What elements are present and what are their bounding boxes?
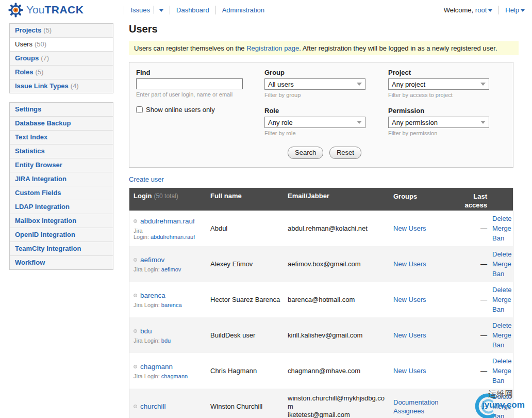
action-delete-link[interactable]: Delete bbox=[492, 392, 512, 401]
page-title: Users bbox=[129, 23, 519, 35]
role-select[interactable]: Any role bbox=[264, 117, 365, 128]
sidebar-item-custom-fields[interactable]: Custom Fields bbox=[10, 186, 113, 200]
action-delete-link[interactable]: Delete bbox=[492, 356, 512, 366]
sidebar-item-statistics[interactable]: Statistics bbox=[10, 144, 113, 158]
sidebar-item-users[interactable]: Users(50) bbox=[10, 38, 113, 52]
create-user-link[interactable]: Create user bbox=[129, 175, 164, 183]
action-merge-link[interactable]: Merge bbox=[492, 330, 512, 340]
group-link[interactable]: Documentation Assignees bbox=[393, 398, 438, 415]
find-input[interactable] bbox=[136, 78, 243, 89]
user-login-link[interactable]: aefimov bbox=[140, 256, 164, 264]
header-email-jabber: Email/Jabber bbox=[284, 192, 389, 200]
group-link[interactable]: New Users bbox=[393, 367, 426, 375]
project-select[interactable]: Any project bbox=[388, 78, 489, 90]
sidebar-item-roles[interactable]: Roles(5) bbox=[10, 66, 113, 79]
action-merge-link[interactable]: Merge bbox=[492, 295, 512, 304]
group-link[interactable]: New Users bbox=[393, 260, 426, 268]
sidebar-item-label: Issue Link Types bbox=[15, 82, 69, 90]
login-sub-link[interactable]: aefimov bbox=[161, 266, 181, 272]
sidebar-item-database-backup[interactable]: Database Backup bbox=[10, 117, 113, 131]
registration-page-link[interactable]: Registration page bbox=[246, 44, 299, 52]
issues-dropdown-toggle[interactable] bbox=[154, 6, 163, 14]
action-ban-link[interactable]: Ban bbox=[492, 233, 512, 243]
user-status-icon bbox=[134, 258, 137, 262]
sidebar-item-label: Entity Browser bbox=[15, 161, 62, 169]
user-menu[interactable]: root bbox=[475, 6, 487, 14]
header-login: Login(50 total) bbox=[129, 192, 206, 200]
group-link[interactable]: New Users bbox=[393, 224, 426, 232]
sidebar-item-workflow[interactable]: Workflow bbox=[10, 256, 113, 269]
login-sub-label: Jira Login: bbox=[134, 266, 160, 272]
group-select[interactable]: All users bbox=[264, 78, 365, 90]
online-users-row: Show online users only bbox=[136, 106, 264, 114]
user-login-link[interactable]: barenca bbox=[140, 292, 165, 299]
sidebar-item-text-index[interactable]: Text Index bbox=[10, 131, 113, 144]
action-ban-link[interactable]: Ban bbox=[492, 269, 512, 279]
sidebar-item-ldap-integration[interactable]: LDAP Integration bbox=[10, 200, 113, 214]
full-name-cell: Abdul bbox=[206, 224, 284, 232]
help-menu[interactable]: Help bbox=[505, 6, 519, 14]
sidebar-item-projects[interactable]: Projects(5) bbox=[10, 24, 113, 38]
sidebar-item-settings[interactable]: Settings bbox=[10, 103, 113, 117]
action-merge-link[interactable]: Merge bbox=[492, 259, 512, 269]
nav-administration[interactable]: Administration bbox=[222, 6, 264, 14]
user-login-link[interactable]: abdulrehman.rauf bbox=[140, 217, 195, 225]
sidebar-item-label: Users bbox=[15, 40, 32, 48]
sidebar-item-label: LDAP Integration bbox=[15, 203, 70, 211]
email-cell: kirill.kalishev@gmail.com bbox=[284, 331, 389, 340]
action-ban-link[interactable]: Ban bbox=[492, 411, 512, 418]
sidebar-item-teamcity-integration[interactable]: TeamCity Integration bbox=[10, 242, 113, 256]
action-merge-link[interactable]: Merge bbox=[492, 223, 512, 233]
user-status-icon bbox=[134, 365, 137, 368]
sidebar-item-label: Projects bbox=[15, 26, 41, 34]
email-cell: winston.churchill@mykhjsdbg.comiketetest… bbox=[284, 394, 389, 418]
action-merge-link[interactable]: Merge bbox=[492, 366, 512, 376]
sidebar-item-groups[interactable]: Groups(7) bbox=[10, 52, 113, 66]
action-delete-link[interactable]: Delete bbox=[492, 249, 512, 259]
action-delete-link[interactable]: Delete bbox=[492, 214, 512, 223]
email-cell: chagmann@mhave.com bbox=[284, 367, 389, 375]
groups-cell: Documentation Assignees bbox=[389, 398, 452, 415]
action-delete-link[interactable]: Delete bbox=[492, 285, 512, 295]
top-navigation: Issues Dashboard Administration bbox=[118, 6, 264, 14]
user-login-link[interactable]: bdu bbox=[140, 327, 152, 335]
sidebar-item-mailbox-integration[interactable]: Mailbox Integration bbox=[10, 214, 113, 228]
sidebar-item-label: Roles bbox=[15, 68, 33, 76]
group-link[interactable]: New Users bbox=[393, 331, 426, 339]
permission-select-value: Any permission bbox=[392, 119, 480, 126]
user-login-link[interactable]: chagmann bbox=[140, 363, 173, 371]
user-status-icon bbox=[134, 329, 137, 333]
actions-cell: DeleteMergeBan bbox=[488, 392, 514, 418]
sidebar-item-count: (50) bbox=[35, 40, 46, 48]
action-merge-link[interactable]: Merge bbox=[492, 401, 512, 411]
login-sub-link[interactable]: abdulrehman.rauf bbox=[151, 234, 195, 240]
youtrack-logo[interactable]: YouTRACK bbox=[8, 3, 84, 18]
login-sub-link[interactable]: barenca bbox=[161, 302, 182, 308]
login-sub-link[interactable]: bdu bbox=[161, 337, 171, 344]
login-sub-link[interactable]: chagmann bbox=[161, 373, 188, 379]
full-name-cell: Chris Hagmann bbox=[206, 367, 284, 375]
user-login-link[interactable]: churchill bbox=[140, 403, 166, 410]
nav-issues[interactable]: Issues bbox=[130, 6, 150, 14]
permission-select[interactable]: Any permission bbox=[388, 117, 489, 128]
reset-button[interactable]: Reset bbox=[329, 147, 361, 159]
sidebar-item-openid-integration[interactable]: OpenID Integration bbox=[10, 228, 113, 242]
online-users-checkbox[interactable] bbox=[136, 106, 143, 113]
nav-dashboard[interactable]: Dashboard bbox=[176, 6, 209, 14]
action-ban-link[interactable]: Ban bbox=[492, 340, 512, 350]
action-ban-link[interactable]: Ban bbox=[492, 304, 512, 314]
group-select-value: All users bbox=[268, 81, 357, 88]
sidebar-item-label: JIRA Integration bbox=[15, 175, 66, 183]
sidebar-item-entity-browser[interactable]: Entity Browser bbox=[10, 158, 113, 172]
sidebar-item-issue-link-types[interactable]: Issue Link Types(4) bbox=[10, 79, 113, 93]
search-button[interactable]: Search bbox=[288, 147, 323, 159]
action-delete-link[interactable]: Delete bbox=[492, 320, 512, 330]
sidebar-item-jira-integration[interactable]: JIRA Integration bbox=[10, 172, 113, 186]
email-value: barenca@hotmail.com bbox=[288, 296, 387, 304]
chevron-down-icon bbox=[159, 9, 163, 12]
sidebar-item-count: (7) bbox=[41, 54, 49, 62]
action-ban-link[interactable]: Ban bbox=[492, 376, 512, 385]
table-row: aefimovJira Login:aefimovAlexey Efimovae… bbox=[129, 246, 513, 282]
group-link[interactable]: New Users bbox=[393, 296, 426, 303]
page-layout: Projects(5)Users(50)Groups(7)Roles(5)Iss… bbox=[0, 20, 532, 418]
